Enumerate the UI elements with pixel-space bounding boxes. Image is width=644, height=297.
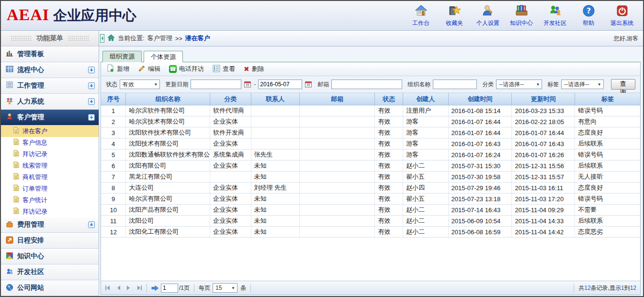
sidebar-item-customer-management[interactable]: 客户管理 (1, 110, 99, 126)
knowledge-center-icon (6, 252, 13, 261)
table-row[interactable]: 12 沈阳化工有限公司 企业实体 未知 有效 赵小二 2015-06-08 16… (101, 227, 640, 238)
content-area: 当前位置:客户管理 >> 潜在客户 您好,游客 组织资源 个体资源 新增 (99, 31, 643, 296)
table-row[interactable]: 11 沈阳公司 企业实体 未知 有效 赵小二 2015-06-09 10:54 (101, 216, 640, 227)
resource-tabs: 组织资源 个体资源 (101, 50, 641, 62)
sidebar-item-hr-system[interactable]: 人力系统 (1, 94, 99, 110)
date-from-input[interactable] (191, 80, 241, 89)
table-row[interactable]: 4 沈阳技术有限公司 企业实体 有效 游客 2016-01-07 16:43 (101, 138, 640, 149)
sidebar-item-expense-management[interactable]: 费用管理 (1, 217, 99, 233)
phone-visit-button[interactable]: ☎ 电话拜访 (169, 65, 204, 73)
sidebar-item-dashboard[interactable]: 管理看板 (1, 46, 99, 62)
help-button[interactable]: ? 帮助 (575, 4, 602, 27)
cell-created-time: 2016-01-07 16:24 (448, 149, 512, 160)
table-row[interactable]: 8 大连公司 企业实体 刘经理 先生 有效 赵小四 2015-07-29 19:… (101, 183, 640, 194)
view-button[interactable]: 查看 (213, 65, 235, 74)
edit-pencil-icon (138, 65, 146, 74)
cell-email (299, 160, 375, 171)
sidebar-sub-customer-info[interactable]: 客户信息 (1, 137, 99, 148)
sidebar-sub-order-management[interactable]: 订单管理 (1, 183, 99, 194)
cell-tag: 有意向 (575, 116, 640, 127)
home-icon[interactable] (107, 34, 115, 43)
prev-page-button[interactable] (116, 285, 121, 291)
table-row[interactable]: 5 沈阳数通畅联软件技术有限公司 系统集成商 张先生 有效 游客 2016-01… (101, 149, 640, 160)
customer-table-wrap: 序号 组织名称 分类 联系人 邮箱 状态 创建人 创建时间 更新时间 标签 (101, 93, 640, 238)
logout-button[interactable]: 退出系统 (609, 4, 635, 27)
sidebar-sub-customer-stats[interactable]: 客户统计 (1, 194, 99, 206)
cell-category: 企业实体 (210, 160, 251, 171)
go-page-icon[interactable] (151, 285, 159, 291)
personal-settings-button[interactable]: 个人设置 (475, 4, 501, 27)
sidebar-sub-visit-records-2[interactable]: 拜访记录 (1, 206, 99, 217)
calendar-icon[interactable] (305, 81, 312, 88)
expand-arrow-icon[interactable] (88, 82, 95, 89)
cell-status: 有效 (375, 227, 403, 238)
sidebar-item-knowledge-center[interactable]: 知识中心 (1, 249, 99, 264)
tag-select[interactable]: --请选择--▼ (561, 80, 603, 89)
next-page-button[interactable] (126, 285, 131, 291)
date-to-input[interactable] (258, 80, 302, 89)
cell-seq: 7 (101, 171, 126, 183)
expand-arrow-icon[interactable] (88, 98, 95, 105)
cell-contact (251, 127, 299, 138)
cell-creator: 赵小二 (403, 160, 449, 171)
table-row[interactable]: 10 沈阳产品有限公司 企业实体 未知 有效 赵小二 2015-07-14 16… (101, 205, 640, 216)
first-page-button[interactable] (105, 285, 111, 291)
app-logo: AEAI 企业应用中心 (7, 6, 136, 25)
table-row[interactable]: 6 沈阳有限公司 企业实体 未知 有效 赵小二 2015-07-31 15:30 (101, 160, 640, 171)
status-label: 状态 (106, 80, 117, 89)
app-header: AEAI 企业应用中心 工作台 收藏夹 个人设置 知识中心 开发社区 (1, 1, 643, 31)
sidebar-sub-opportunity-management[interactable]: 商机管理 (1, 171, 99, 183)
sidebar-item-company-website[interactable]: 公司网站 (1, 280, 99, 296)
sidebar-collapse-handle[interactable] (100, 34, 104, 43)
workbench-button[interactable]: 工作台 (407, 4, 434, 27)
pagination-bar: /1页 每页 15▼ 条 共12条记录,显示1到12 (101, 281, 640, 295)
email-input[interactable] (331, 80, 402, 89)
svg-text:?: ? (586, 6, 590, 15)
expand-arrow-icon[interactable] (88, 221, 95, 228)
table-row[interactable]: 7 黑龙江有限公司 未知 有效 翟小五 2015-07-30 19:58 2 (101, 171, 640, 183)
cell-org-name: 沈阳公司 (126, 216, 210, 227)
expand-arrow-icon[interactable] (88, 67, 95, 73)
empty-space (101, 238, 640, 281)
cell-contact: 刘经理 先生 (251, 183, 299, 194)
edit-button[interactable]: 编辑 (138, 65, 160, 74)
table-row[interactable]: 3 沈阳软件技术有限公司 软件开发商 有效 游客 2016-01-07 16:4… (101, 127, 640, 138)
table-header-row: 序号 组织名称 分类 联系人 邮箱 状态 创建人 创建时间 更新时间 标签 (101, 93, 640, 105)
expand-arrow-icon[interactable] (88, 114, 95, 121)
col-header-updated-time: 更新时间 (512, 93, 575, 105)
search-button[interactable]: 查询 (611, 79, 635, 90)
org-name-input[interactable] (433, 80, 477, 89)
category-select[interactable]: --请选择--▼ (496, 80, 542, 89)
dev-community-button[interactable]: 开发社区 (542, 4, 568, 27)
knowledge-center-button[interactable]: 知识中心 (508, 4, 535, 27)
page-number-input[interactable] (161, 284, 178, 293)
document-icon (13, 161, 19, 170)
per-page-select[interactable]: 15▼ (213, 283, 237, 293)
cell-created-time: 2015-07-30 19:58 (448, 171, 512, 183)
logout-power-icon (616, 4, 629, 19)
dev-community-icon (6, 268, 13, 277)
chevron-down-icon: ▼ (598, 82, 601, 87)
table-row[interactable]: 2 哈尔滨技术有限公司 企业实体 有效 游客 2016-01-07 16:44 (101, 116, 640, 127)
sidebar-item-dev-community[interactable]: 开发社区 (1, 264, 99, 280)
tab-individual-resources[interactable]: 个体资源 (144, 51, 183, 62)
table-row[interactable]: 9 哈尔滨有限公司 企业实体 未知 有效 翟小五 2015-07-23 13:1… (101, 194, 640, 205)
sidebar-sub-lead-management[interactable]: 线索管理 (1, 160, 99, 171)
delete-button[interactable]: ✖ 删除 (244, 65, 264, 73)
calendar-icon[interactable] (244, 81, 251, 88)
last-page-button[interactable] (136, 285, 142, 291)
add-button[interactable]: 新增 (107, 64, 129, 74)
favorites-button[interactable]: 收藏夹 (441, 4, 468, 27)
tab-org-resources[interactable]: 组织资源 (102, 51, 142, 62)
status-select[interactable]: 有效▼ (120, 80, 160, 89)
sidebar-sub-visit-records[interactable]: 拜访记录 (1, 148, 99, 160)
cell-org-name: 沈阳软件技术有限公司 (126, 127, 210, 138)
table-row[interactable]: 1 哈尔滨软件有限公司 软件代理商 有效 注册用户 2016-01-08 15:… (101, 105, 640, 116)
sidebar-item-process-center[interactable]: 流程中心 (1, 62, 99, 78)
sidebar-item-schedule[interactable]: 日程安排 (1, 233, 99, 249)
cell-created-time: 2016-01-07 16:44 (448, 127, 512, 138)
breadcrumb-section[interactable]: 客户管理 (147, 34, 172, 43)
sidebar-title: 功能菜单 (36, 34, 63, 43)
sidebar-sub-potential-customers[interactable]: 潜在客户 (1, 126, 99, 137)
sidebar-item-work-management[interactable]: 工作管理 (1, 78, 99, 94)
